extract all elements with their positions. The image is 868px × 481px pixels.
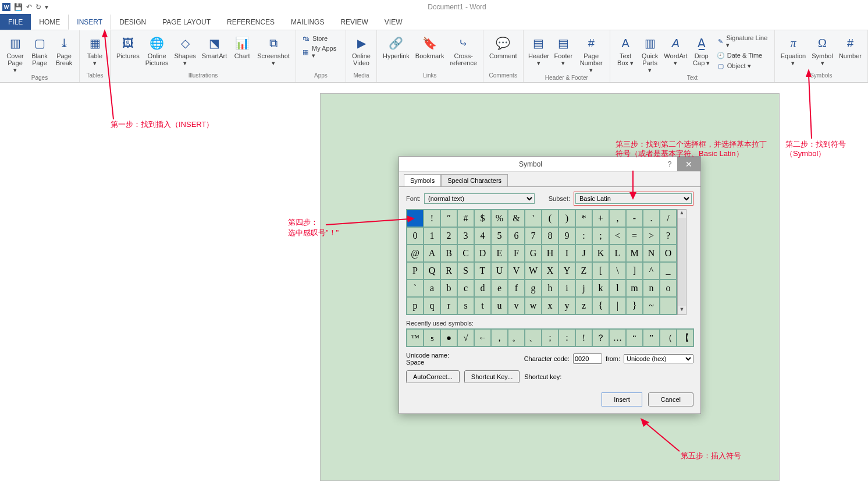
symbol-cell[interactable]: + — [592, 210, 609, 227]
symbol-cell[interactable]: i — [558, 280, 575, 297]
symbol-cell[interactable]: s — [457, 297, 474, 314]
symbol-cell[interactable]: f — [508, 280, 525, 297]
symbol-cell[interactable]: Z — [575, 262, 592, 280]
online-video-button[interactable]: ▶OnlineVideo — [350, 33, 373, 68]
signature-line-button[interactable]: ✎Signature Line ▾ — [716, 34, 770, 49]
my-apps-button[interactable]: ▦My Apps ▾ — [301, 44, 341, 60]
recent-symbol-cell[interactable]: “ — [626, 329, 643, 346]
cross-ref-button[interactable]: ⤷Cross-reference — [447, 33, 479, 68]
symbol-cell[interactable]: [ — [592, 262, 609, 280]
scroll-up-icon[interactable]: ▲ — [678, 210, 686, 218]
tab-home[interactable]: HOME — [31, 14, 68, 30]
symbol-cell[interactable]: g — [525, 280, 542, 297]
symbol-cell[interactable]: O — [660, 245, 677, 262]
symbol-cell[interactable]: 6 — [508, 227, 525, 245]
symbol-cell[interactable]: d — [474, 280, 491, 297]
symbol-cell[interactable]: = — [626, 227, 643, 245]
symbol-cell[interactable] — [407, 210, 424, 227]
drop-cap-button[interactable]: A̲DropCap ▾ — [690, 33, 713, 68]
symbol-cell[interactable]: ) — [558, 210, 575, 227]
symbol-cell[interactable]: J — [575, 245, 592, 262]
symbol-cell[interactable]: x — [542, 297, 558, 314]
dialog-help-icon[interactable]: ? — [662, 160, 677, 168]
recent-symbol-cell[interactable]: 、 — [525, 329, 542, 346]
symbol-cell[interactable]: ? — [660, 227, 677, 245]
quick-parts-button[interactable]: ▥QuickParts ▾ — [638, 33, 661, 75]
symbol-cell[interactable]: 0 — [407, 227, 424, 245]
recent-symbol-cell[interactable]: ₅ — [424, 329, 440, 346]
subset-select[interactable]: Basic Latin — [575, 193, 692, 204]
symbol-cell[interactable]: S — [457, 262, 474, 280]
symbol-cell[interactable]: B — [440, 245, 457, 262]
tab-insert[interactable]: INSERT — [68, 15, 111, 30]
recent-symbol-cell[interactable]: ； — [542, 329, 558, 346]
symbol-cell[interactable]: & — [508, 210, 525, 227]
symbol-cell[interactable]: P — [407, 262, 424, 280]
tab-view[interactable]: VIEW — [376, 14, 411, 30]
tab-references[interactable]: REFERENCES — [219, 14, 283, 30]
recent-symbol-cell[interactable]: ” — [643, 329, 660, 346]
symbol-cell[interactable]: o — [660, 280, 677, 297]
symbol-cell[interactable]: 2 — [440, 227, 457, 245]
symbol-cell[interactable]: H — [542, 245, 558, 262]
recent-symbol-cell[interactable]: ， — [491, 329, 508, 346]
symbol-cell[interactable]: E — [491, 245, 508, 262]
symbol-cell[interactable]: e — [491, 280, 508, 297]
symbol-button[interactable]: ΩSymbol▾ — [809, 33, 835, 68]
symbol-cell[interactable]: A — [424, 245, 440, 262]
symbol-cell[interactable]: G — [525, 245, 542, 262]
symbol-cell[interactable]: - — [626, 210, 643, 227]
from-select[interactable]: Unicode (hex) — [624, 354, 693, 363]
blank-page-button[interactable]: ▢BlankPage — [28, 33, 51, 68]
symbol-grid[interactable]: !″#$%&'()*+,-./0123456789:;<=>?@ABCDEFGH… — [406, 209, 677, 315]
symbol-cell[interactable]: 9 — [558, 227, 575, 245]
symbol-cell[interactable]: ` — [407, 280, 424, 297]
shortcut-key-button[interactable]: Shortcut Key... — [464, 370, 520, 383]
recent-symbol-cell[interactable]: （ — [660, 329, 677, 346]
symbol-cell[interactable]: ' — [525, 210, 542, 227]
recent-symbol-cell[interactable]: √ — [457, 329, 474, 346]
symbol-cell[interactable] — [660, 297, 677, 314]
page-number-button[interactable]: #PageNumber ▾ — [576, 33, 606, 75]
symbol-cell[interactable]: 8 — [542, 227, 558, 245]
comment-button[interactable]: 💬Comment — [487, 33, 520, 61]
scroll-down-icon[interactable]: ▼ — [678, 306, 686, 314]
cover-page-button[interactable]: ▥CoverPage ▾ — [3, 33, 27, 75]
hyperlink-button[interactable]: 🔗Hyperlink — [380, 33, 412, 61]
symbol-cell[interactable]: ( — [542, 210, 558, 227]
symbol-cell[interactable]: I — [558, 245, 575, 262]
symbol-cell[interactable]: ! — [424, 210, 440, 227]
tab-review[interactable]: REVIEW — [332, 14, 376, 30]
symbol-cell[interactable]: 1 — [424, 227, 440, 245]
symbol-cell[interactable]: C — [457, 245, 474, 262]
page-break-button[interactable]: ⤓PageBreak — [52, 33, 76, 68]
symbol-cell[interactable]: V — [508, 262, 525, 280]
symbol-cell[interactable]: c — [457, 280, 474, 297]
symbol-cell[interactable]: K — [592, 245, 609, 262]
tab-design[interactable]: DESIGN — [111, 14, 154, 30]
symbol-cell[interactable]: w — [525, 297, 542, 314]
symbol-cell[interactable]: n — [643, 280, 660, 297]
recent-symbol-cell[interactable]: ？ — [592, 329, 609, 346]
symbol-cell[interactable]: ~ — [643, 297, 660, 314]
symbol-cell[interactable]: % — [491, 210, 508, 227]
symbol-cell[interactable]: ; — [592, 227, 609, 245]
symbol-cell[interactable]: R — [440, 262, 457, 280]
symbol-cell[interactable]: @ — [407, 245, 424, 262]
symbol-cell[interactable]: W — [525, 262, 542, 280]
undo-icon[interactable]: ↶ — [26, 3, 32, 11]
autocorrect-button[interactable]: AutoCorrect... — [406, 370, 460, 383]
tab-file[interactable]: FILE — [0, 14, 31, 30]
recent-symbol-cell[interactable]: ： — [558, 329, 575, 346]
symbol-scrollbar[interactable]: ▲ ▼ — [677, 209, 686, 315]
symbol-cell[interactable]: 7 — [525, 227, 542, 245]
store-button[interactable]: 🛍Store — [301, 34, 341, 43]
symbol-cell[interactable]: T — [474, 262, 491, 280]
symbol-cell[interactable]: j — [575, 280, 592, 297]
object-button[interactable]: ▢Object ▾ — [716, 61, 770, 70]
symbol-cell[interactable]: 4 — [474, 227, 491, 245]
tab-mailings[interactable]: MAILINGS — [283, 14, 332, 30]
recent-symbol-cell[interactable]: 。 — [508, 329, 525, 346]
footer-button[interactable]: ▤Footer▾ — [552, 33, 575, 68]
symbol-cell[interactable]: N — [643, 245, 660, 262]
